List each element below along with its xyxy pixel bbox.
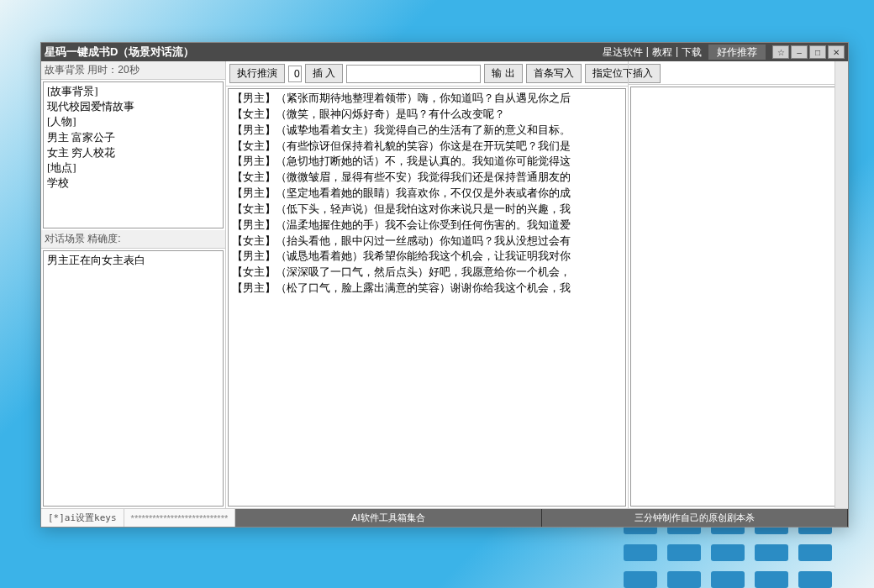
link-download[interactable]: 下载 bbox=[682, 45, 702, 60]
titlebar-links: 星达软件 | 教程 | 下载 bbox=[603, 45, 702, 60]
right-panel[interactable] bbox=[630, 87, 846, 507]
dialogue-line: 【男主】（坚定地看着她的眼睛）我喜欢你，不仅仅是外表或者你的成 bbox=[232, 186, 622, 202]
dialogue-line: 【女主】（抬头看他，眼中闪过一丝感动）你知道吗？我从没想过会有 bbox=[232, 234, 622, 249]
maximize-button[interactable]: □ bbox=[809, 45, 826, 59]
close-button[interactable]: ✕ bbox=[828, 45, 845, 59]
dialogue-line: 【女主】（深深吸了一口气，然后点头）好吧，我愿意给你一个机会， bbox=[232, 265, 622, 281]
window-controls: ☆ – □ ✕ bbox=[772, 45, 845, 59]
dialogue-scene-header: 对话场景 精确度: bbox=[41, 230, 225, 249]
dialogue-line: 【女主】（低下头，轻声说）但是我怕这对你来说只是一时的兴趣，我 bbox=[232, 202, 622, 218]
scrollbar[interactable] bbox=[835, 61, 848, 508]
stars-decoration: *************************** bbox=[124, 509, 236, 527]
dialogue-line: 【女主】（有些惊讶但保持着礼貌的笑容）你这是在开玩笑吧？我们是 bbox=[232, 139, 622, 155]
script-tutorial-button[interactable]: 三分钟制作自己的原创剧本杀 bbox=[542, 509, 848, 527]
content-area: 故事背景 用时：20秒 [故事背景] 现代校园爱情故事 [人物] 男主 富家公子… bbox=[41, 61, 848, 527]
toolbar: 执行推演 0 插 入 输 出 首条写入 指定位下插入 bbox=[226, 61, 628, 87]
right-header-spacer bbox=[629, 61, 848, 85]
dialogue-line: 【男主】（急切地打断她的话）不，我是认真的。我知道你可能觉得这 bbox=[232, 154, 622, 170]
story-bg-header: 故事背景 用时：20秒 bbox=[41, 61, 225, 80]
recommend-button[interactable]: 好作推荐 bbox=[708, 45, 766, 60]
dialogue-line: 【男主】（温柔地握住她的手）我不会让你受到任何伤害的。我知道爱 bbox=[232, 218, 622, 234]
app-window: 星码一键成书D（场景对话流） 星达软件 | 教程 | 下载 好作推荐 ☆ – □… bbox=[40, 42, 849, 528]
bottom-bar: [*]ai设置keys *************************** … bbox=[41, 508, 848, 527]
counter-display: 0 bbox=[288, 66, 302, 82]
output-button[interactable]: 输 出 bbox=[484, 64, 522, 83]
right-column bbox=[628, 61, 848, 508]
titlebar: 星码一键成书D（场景对话流） 星达软件 | 教程 | 下载 好作推荐 ☆ – □… bbox=[41, 43, 848, 61]
star-icon[interactable]: ☆ bbox=[772, 45, 789, 59]
link-software[interactable]: 星达软件 bbox=[603, 45, 643, 60]
main-region: 故事背景 用时：20秒 [故事背景] 现代校园爱情故事 [人物] 男主 富家公子… bbox=[41, 61, 848, 508]
first-write-button[interactable]: 首条写入 bbox=[526, 64, 582, 83]
app-title: 星码一键成书D（场景对话流） bbox=[45, 45, 603, 60]
ai-keys-button[interactable]: [*]ai设置keys bbox=[41, 509, 124, 527]
execute-button[interactable]: 执行推演 bbox=[229, 64, 285, 83]
dialogue-output[interactable]: 【男主】（紧张而期待地整理着领带）嗨，你知道吗？自从遇见你之后【女主】（微笑，眼… bbox=[228, 88, 626, 507]
dialogue-line: 【男主】（诚恳地看着她）我希望你能给我这个机会，让我证明我对你 bbox=[232, 249, 622, 265]
dialogue-line: 【男主】（诚挚地看着女主）我觉得自己的生活有了新的意义和目标。 bbox=[232, 123, 622, 139]
dialogue-scene-input[interactable]: 男主正在向女主表白 bbox=[43, 250, 224, 507]
story-background-input[interactable]: [故事背景] 现代校园爱情故事 [人物] 男主 富家公子 女主 穷人校花 [地点… bbox=[43, 81, 224, 228]
dialogue-line: 【男主】（松了口气，脸上露出满意的笑容）谢谢你给我这个机会，我 bbox=[232, 281, 622, 297]
dialogue-line: 【男主】（紧张而期待地整理着领带）嗨，你知道吗？自从遇见你之后 bbox=[232, 91, 622, 107]
ai-toolbox-button[interactable]: AI软件工具箱集合 bbox=[235, 509, 541, 527]
dialogue-line: 【女主】（微微皱眉，显得有些不安）我觉得我们还是保持普通朋友的 bbox=[232, 170, 622, 186]
dialogue-line: 【女主】（微笑，眼神闪烁好奇）是吗？有什么改变呢？ bbox=[232, 107, 622, 123]
insert-button[interactable]: 插 入 bbox=[305, 64, 343, 83]
link-tutorial[interactable]: 教程 bbox=[652, 45, 672, 60]
minimize-button[interactable]: – bbox=[791, 45, 808, 59]
center-column: 执行推演 0 插 入 输 出 首条写入 指定位下插入 【男主】（紧张而期待地整理… bbox=[226, 61, 628, 508]
insert-input[interactable] bbox=[346, 65, 481, 83]
left-column: 故事背景 用时：20秒 [故事背景] 现代校园爱情故事 [人物] 男主 富家公子… bbox=[41, 61, 226, 508]
